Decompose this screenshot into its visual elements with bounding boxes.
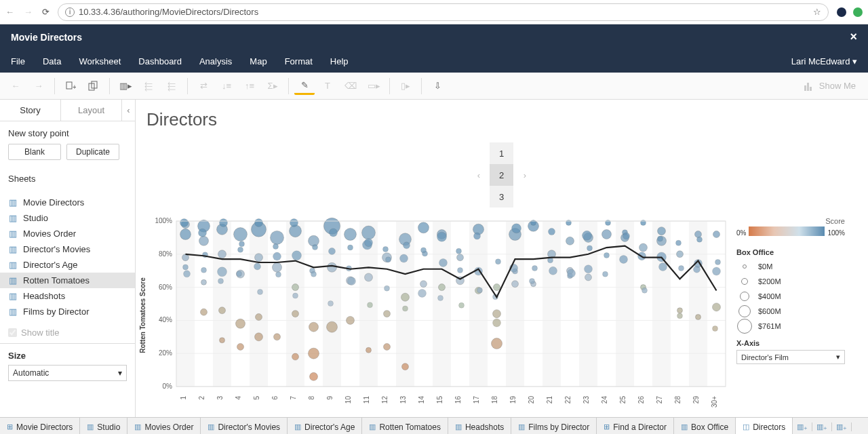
bottom-tab[interactable]: ▥Headshots <box>448 418 511 434</box>
site-info-icon[interactable]: i <box>65 7 75 17</box>
svg-point-160 <box>292 251 302 260</box>
svg-point-162 <box>313 245 318 250</box>
text-button[interactable]: T <box>317 76 338 96</box>
new-data-button[interactable]: ▥▸ <box>115 76 136 96</box>
new-story-button[interactable]: ▥₊ <box>832 422 852 431</box>
sheet-item[interactable]: ▥Headshots <box>0 288 135 304</box>
sort-desc-button[interactable]: ⬱ <box>161 76 182 96</box>
new-sheet-button[interactable]: ▥₊ <box>793 422 812 431</box>
sheet-item[interactable]: ▥Movies Order <box>0 226 135 241</box>
collapse-panel-icon[interactable]: ‹ <box>121 100 135 121</box>
menu-dashboard[interactable]: Dashboard <box>138 56 182 66</box>
sheet-item[interactable]: ▥Films by Director <box>0 304 135 319</box>
url-text: 10.33.4.36/authoring/MovieDirectors/Dire… <box>79 7 258 17</box>
story-icon: ◫ <box>743 422 749 431</box>
ws-icon: ▥ <box>87 422 94 431</box>
pager-page-1[interactable]: 1 <box>490 142 514 164</box>
forward-icon[interactable]: → <box>24 7 33 17</box>
svg-point-96 <box>327 321 338 332</box>
swap-button[interactable]: ⇄ <box>193 76 214 96</box>
pager-page-3[interactable]: 3 <box>490 186 514 208</box>
menu-file[interactable]: File <box>11 56 25 66</box>
user-menu[interactable]: Lari McEdward ▾ <box>791 56 857 66</box>
xaxis-select[interactable]: Director's Film▾ <box>736 350 845 364</box>
bottom-tab[interactable]: ◫Directors <box>736 418 793 434</box>
svg-point-179 <box>400 254 408 262</box>
menu-help[interactable]: Help <box>330 56 349 66</box>
ext-icon-2[interactable] <box>853 7 863 17</box>
reload-icon[interactable]: ⟳ <box>42 7 50 17</box>
sort-asc-button[interactable]: ⬱ <box>138 76 159 96</box>
new-dash-button[interactable]: ▥₊ <box>812 422 832 431</box>
totals-button[interactable]: Σ▸ <box>262 76 283 96</box>
sheet-item[interactable]: ▥Studio <box>0 210 135 226</box>
svg-text:29: 29 <box>692 396 700 404</box>
clear-button[interactable]: ⌫ <box>340 76 361 96</box>
fit-button[interactable]: ▭▸ <box>363 76 384 96</box>
bottom-tab[interactable]: ▥Rotten Tomatoes <box>362 418 448 434</box>
bottom-tab[interactable]: ▥Director's Age <box>288 418 362 434</box>
blank-button[interactable]: Blank <box>8 144 61 160</box>
bottom-tab[interactable]: ⊞Movie Directors <box>0 418 80 434</box>
svg-point-171 <box>368 302 373 308</box>
sort-d-button[interactable]: ↑≡ <box>239 76 260 96</box>
bottom-tab[interactable]: ▥Studio <box>80 418 127 434</box>
menu-format[interactable]: Format <box>285 56 313 66</box>
sort-a-button[interactable]: ↓≡ <box>216 76 237 96</box>
svg-point-184 <box>437 232 447 241</box>
sheet-item[interactable]: ▥Director's Movies <box>0 241 135 257</box>
bottom-tab[interactable]: ▥Films by Director <box>511 418 597 434</box>
pager-page-2[interactable]: 2 <box>490 164 514 186</box>
svg-text:14: 14 <box>418 396 425 404</box>
svg-point-104 <box>384 311 391 317</box>
redo-button[interactable]: → <box>28 76 49 96</box>
svg-text:20: 20 <box>528 396 535 404</box>
back-icon[interactable]: ← <box>5 7 14 17</box>
duplicate-button[interactable] <box>83 76 104 96</box>
show-title-checkbox[interactable] <box>8 328 17 337</box>
svg-text:21: 21 <box>546 396 553 404</box>
bottom-tab[interactable]: ▥Box Office <box>674 418 736 434</box>
menu-analysis[interactable]: Analysis <box>199 56 232 66</box>
presentation-button[interactable]: ▯▸ <box>395 76 416 96</box>
svg-point-229 <box>713 267 721 275</box>
svg-point-164 <box>311 271 317 277</box>
undo-button[interactable]: ← <box>5 76 26 96</box>
score-gradient[interactable] <box>749 226 825 236</box>
ext-icon-1[interactable] <box>837 7 846 17</box>
sheet-item[interactable]: ▥Rotten Tomatoes <box>0 273 135 288</box>
svg-point-224 <box>676 240 682 245</box>
menu-map[interactable]: Map <box>250 56 267 66</box>
legend: Score 0% 100% Box Office $0M$200M$400M$6… <box>736 217 845 414</box>
svg-point-102 <box>366 347 372 353</box>
address-bar[interactable]: i 10.33.4.36/authoring/MovieDirectors/Di… <box>58 3 829 21</box>
chart[interactable]: Rotten Tomatoes Score 0%20%40%60%80%100%… <box>146 217 730 414</box>
svg-point-117 <box>493 310 501 318</box>
pager-next[interactable]: › <box>515 170 534 180</box>
svg-point-169 <box>348 277 356 285</box>
new-worksheet-button[interactable]: + <box>60 76 81 96</box>
size-select[interactable]: Automatic▾ <box>8 365 127 381</box>
svg-point-121 <box>512 281 519 288</box>
svg-point-230 <box>715 260 721 265</box>
duplicate-button-side[interactable]: Duplicate <box>66 144 119 160</box>
menu-worksheet[interactable]: Worksheet <box>79 56 121 66</box>
show-me-button[interactable]: Show Me <box>804 81 863 91</box>
svg-point-143 <box>180 218 189 226</box>
svg-text:80%: 80% <box>159 250 172 258</box>
sheet-item[interactable]: ▥Director's Age <box>0 257 135 273</box>
pager-prev[interactable]: ‹ <box>469 170 488 180</box>
download-button[interactable]: ⇩ <box>427 76 448 96</box>
svg-text:60%: 60% <box>159 283 172 291</box>
bottom-tab[interactable]: ⊞Find a Director <box>597 418 674 434</box>
close-icon[interactable]: × <box>850 30 857 44</box>
bottom-tab[interactable]: ▥Movies Order <box>127 418 201 434</box>
tab-story[interactable]: Story <box>0 100 60 121</box>
sheet-item[interactable]: ▥Movie Directors <box>0 195 135 210</box>
svg-point-216 <box>642 288 648 293</box>
bottom-tab[interactable]: ▥Director's Movies <box>201 418 288 434</box>
highlight-button[interactable]: ✎ <box>294 77 315 95</box>
tab-layout[interactable]: Layout <box>60 100 121 121</box>
svg-point-188 <box>456 248 462 254</box>
menu-data[interactable]: Data <box>43 56 61 66</box>
